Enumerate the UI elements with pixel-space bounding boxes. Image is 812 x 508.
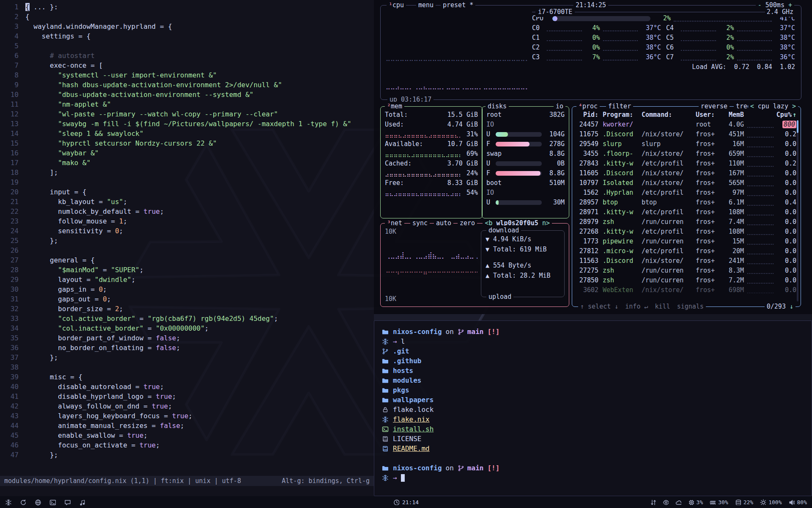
- process-row[interactable]: 1773pipewire/run/currenfros+15M0.0: [576, 237, 796, 246]
- process-row[interactable]: 3455.floorp-/nix/store/fros+659M0.0: [576, 149, 796, 159]
- process-row[interactable]: 29549slurpslurpfros+16M0.0: [576, 139, 796, 149]
- process-row[interactable]: 10797Isolated/nix/store/fros+565M0.0: [576, 178, 796, 188]
- process-row[interactable]: 1562.Hyprlan/etc/profilfros+97M0.0: [576, 188, 796, 198]
- process-row[interactable]: 27843.kitty-w/etc/profilfros+110M0.2: [576, 159, 796, 168]
- code-line[interactable]: 12 "wl-paste --primary --watch wl-copy -…: [0, 109, 374, 119]
- code-line[interactable]: 10 "dbus-update-activation-environment -…: [0, 90, 374, 99]
- code-line[interactable]: 38: [0, 362, 374, 372]
- code-line[interactable]: 39 misc = {: [0, 372, 374, 382]
- code-line[interactable]: 11 "nm-applet &": [0, 99, 374, 109]
- sync-button[interactable]: sync: [410, 218, 430, 228]
- code-line[interactable]: 18 ];: [0, 168, 374, 177]
- process-row[interactable]: 28971.kitty-w/etc/profilfros+108M0.0: [576, 207, 796, 217]
- code-line[interactable]: 30 gaps_in = 0;: [0, 284, 374, 294]
- btop-window[interactable]: ¹cpu menu preset * 21:14:25 - 500ms + ⠒⠒…: [374, 0, 812, 314]
- process-row[interactable]: 27812.micro-w/etc/profilfros+20M0.0: [576, 246, 796, 256]
- code-line[interactable]: 42 always_follow_on_dnd = true;: [0, 401, 374, 411]
- code-line[interactable]: 24 sensitivity = 0;: [0, 226, 374, 236]
- volume-module[interactable]: 80%: [789, 499, 807, 505]
- code-line[interactable]: 45 enable_swallow = true;: [0, 431, 374, 440]
- code-line[interactable]: 26: [0, 246, 374, 255]
- code-line[interactable]: 44 animate_manual_resizes = false;: [0, 421, 374, 431]
- menu-button[interactable]: menu: [416, 0, 436, 10]
- code-line[interactable]: 35 border_part_of_window = false;: [0, 333, 374, 343]
- code-line[interactable]: 41 disable_hyprland_logo = true;: [0, 392, 374, 401]
- memory-usage-module[interactable]: 30%: [710, 499, 728, 505]
- code-line[interactable]: 36 no_border_on_floating = false;: [0, 343, 374, 353]
- code-line[interactable]: 34 "col.inactive_border" = "0x00000000";: [0, 323, 374, 333]
- code-line[interactable]: 9 "hash dbus-update-activation-environme…: [0, 80, 374, 90]
- code-line[interactable]: 29 layout = "dwindle";: [0, 275, 374, 284]
- idle-inhibitor-icon[interactable]: [663, 499, 669, 505]
- process-row[interactable]: 24457kworker/root4.0G800: [576, 120, 796, 130]
- sort-direction-arrow[interactable]: ↑: [793, 110, 796, 120]
- clock-module[interactable]: 21:14: [393, 499, 419, 505]
- sort-mode-selector[interactable]: < cpu lazy >: [748, 102, 798, 111]
- process-row[interactable]: 3602WebExten/nix/store/fros+698M0.0: [576, 285, 796, 295]
- process-row[interactable]: 11605.Discord/nix/store/fros+167M0.0: [576, 168, 796, 178]
- code-line[interactable]: 1{ ... }:: [0, 2, 374, 12]
- terminal-icon[interactable]: [49, 499, 56, 505]
- code-line[interactable]: 13 "swaybg -m fill -i $(find ~/Pictures/…: [0, 119, 374, 129]
- code-line[interactable]: 3 wayland.windowManager.hyprland = {: [0, 22, 374, 31]
- chat-icon[interactable]: [64, 499, 71, 505]
- code-line[interactable]: 15 "hyprctl setcursor Nordzy-cursors 22 …: [0, 138, 374, 148]
- code-line[interactable]: 20 input = {: [0, 187, 374, 197]
- cpu-usage-module[interactable]: 3%: [688, 499, 703, 505]
- process-count: 0/293 ↓: [765, 302, 796, 312]
- process-table-header[interactable]: Pid: Program: Command: User: MemB Cpu% ↑: [576, 110, 796, 120]
- zero-button[interactable]: zero: [458, 218, 477, 228]
- process-scrollbar[interactable]: [797, 120, 798, 301]
- process-row[interactable]: 11675.Discord/nix/store/fros+451M0.2: [576, 130, 796, 139]
- code-line[interactable]: 22 numlock_by_default = true;: [0, 207, 374, 216]
- process-row[interactable]: 11563.Discord/nix/store/fros+241M0.0: [576, 256, 796, 266]
- code-line[interactable]: 21 kb_layout = "us";: [0, 197, 374, 207]
- brightness-module[interactable]: 100%: [760, 499, 782, 505]
- network-traffic-icon[interactable]: [650, 499, 656, 505]
- code-line[interactable]: 8 "systemctl --user import-environment &…: [0, 70, 374, 80]
- code-line[interactable]: 6 # autostart: [0, 51, 374, 61]
- code-line[interactable]: 19: [0, 177, 374, 187]
- disk-usage-module[interactable]: 22%: [735, 499, 753, 505]
- process-row[interactable]: 28957btopbtopfros+6.1M0.4: [576, 198, 796, 207]
- line-number: 34: [0, 323, 25, 333]
- code-line[interactable]: 2{: [0, 12, 374, 22]
- editor-window[interactable]: 1{ ... }:2{3 wayland.windowManager.hyprl…: [0, 0, 374, 496]
- code-line[interactable]: 16 "waybar &": [0, 148, 374, 158]
- code-line[interactable]: 33 "col.active_border" = "rgb(cba6f7) rg…: [0, 314, 374, 323]
- preset-button[interactable]: preset *: [441, 0, 475, 10]
- code-line[interactable]: 17 "mako &": [0, 158, 374, 168]
- code-line[interactable]: 28 "$mainMod" = "SUPER";: [0, 265, 374, 275]
- process-row[interactable]: 28979zsh/run/currenfros+7.4M0.0: [576, 217, 796, 227]
- code-line[interactable]: 25 };: [0, 236, 374, 246]
- editor-command-line[interactable]: [0, 486, 374, 496]
- code-line[interactable]: 27 general = {: [0, 255, 374, 265]
- code-line[interactable]: 4 settings = {: [0, 31, 374, 41]
- code-line[interactable]: 7 exec-once = [: [0, 61, 374, 70]
- process-row[interactable]: 27275zsh/run/currenfros+8.3M0.0: [576, 266, 796, 276]
- code-line[interactable]: 32 border_size = 2;: [0, 304, 374, 314]
- filter-button[interactable]: filter: [606, 102, 633, 111]
- process-row[interactable]: 27850zsh/run/currenfros+7.2M0.0: [576, 276, 796, 285]
- launcher-icon[interactable]: [5, 499, 11, 505]
- io-toggle[interactable]: io: [554, 102, 565, 111]
- code-line[interactable]: 5: [0, 41, 374, 51]
- code-line[interactable]: 37 };: [0, 353, 374, 362]
- code-line[interactable]: 14 "sleep 1 && swaylock": [0, 129, 374, 138]
- code-line[interactable]: 31 gaps_out = 0;: [0, 294, 374, 304]
- code-line[interactable]: 43 layers_hog_keyboard_focus = true;: [0, 411, 374, 421]
- shell-input-line[interactable]: →: [382, 473, 804, 483]
- code-line[interactable]: 23 follow_mouse = 1;: [0, 216, 374, 226]
- reverse-button[interactable]: reverse: [699, 102, 730, 111]
- code-line[interactable]: 47 };: [0, 450, 374, 460]
- code-area[interactable]: 1{ ... }:2{3 wayland.windowManager.hyprl…: [0, 0, 374, 476]
- auto-button[interactable]: auto: [434, 218, 453, 228]
- code-line[interactable]: 46 focus_on_activate = true;: [0, 440, 374, 450]
- terminal-window[interactable]: nixos-config on main [!] → l .git.github…: [374, 320, 812, 496]
- process-row[interactable]: 27268.kitty-w/etc/profilfros+108M0.0: [576, 227, 796, 237]
- code-line[interactable]: 40 disable_autoreload = true;: [0, 382, 374, 392]
- weather-icon[interactable]: [675, 499, 681, 505]
- browser-icon[interactable]: [35, 499, 41, 505]
- music-icon[interactable]: [79, 499, 85, 505]
- updates-icon[interactable]: [20, 499, 26, 505]
